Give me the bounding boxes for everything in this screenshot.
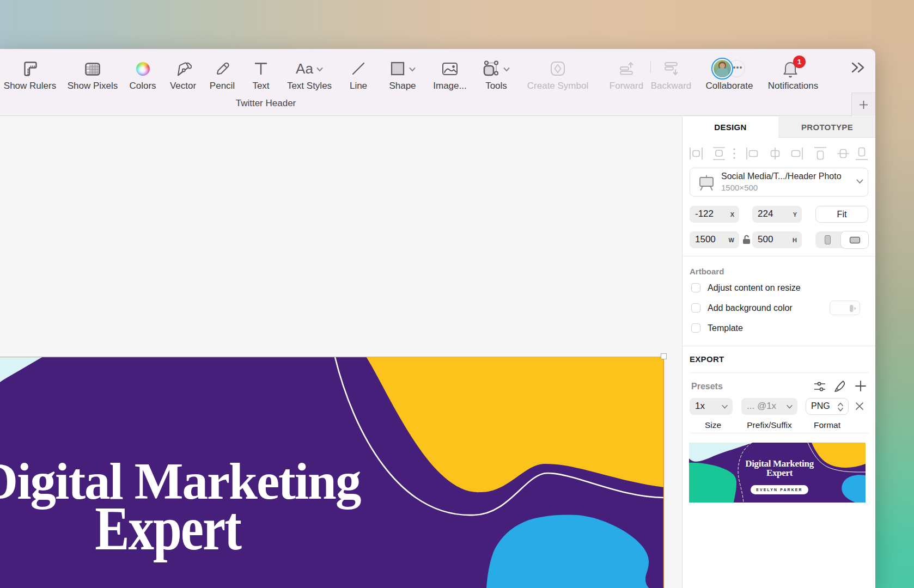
svg-text:EVELYN PARKER: EVELYN PARKER: [756, 488, 802, 492]
svg-text:Expert: Expert: [95, 494, 242, 563]
svg-text:Expert: Expert: [766, 468, 793, 478]
